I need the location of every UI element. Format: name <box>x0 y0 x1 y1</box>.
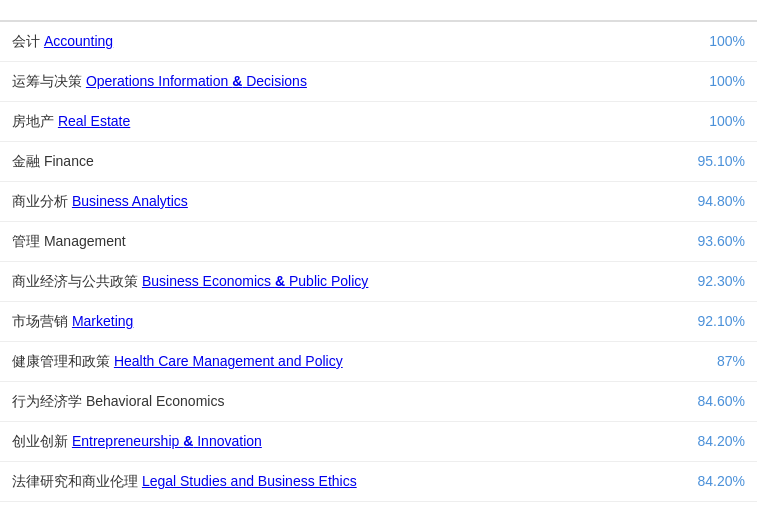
major-zh: 管理 <box>12 233 44 249</box>
major-en-link[interactable]: Real Estate <box>58 113 130 129</box>
major-cell: 法律研究和商业伦理 Legal Studies and Business Eth… <box>0 462 637 502</box>
major-zh: 运筹与决策 <box>12 73 86 89</box>
major-en-link[interactable]: Operations Information & Decisions <box>86 73 307 89</box>
table-row: 运筹与决策 Operations Information & Decisions… <box>0 62 757 102</box>
table-row: 行为经济学 Behavioral Economics84.60% <box>0 382 757 422</box>
major-column-header <box>0 0 637 21</box>
rate-cell: 100% <box>637 102 757 142</box>
table-header-row <box>0 0 757 21</box>
main-table-container: 会计 Accounting100%运筹与决策 Operations Inform… <box>0 0 757 511</box>
table-row: 创业创新 Entrepreneurship & Innovation84.20% <box>0 422 757 462</box>
major-cell: 管理 Management <box>0 222 637 262</box>
major-zh: 商业经济与公共政策 <box>12 273 142 289</box>
major-zh: 法律研究和商业伦理 <box>12 473 142 489</box>
major-cell: 运筹与决策 Operations Information & Decisions <box>0 62 637 102</box>
major-cell: 金融 Finance <box>0 142 637 182</box>
major-en: Management <box>44 233 126 249</box>
table-row: 商业经济与公共政策 Business Economics & Public Po… <box>0 262 757 302</box>
rate-cell: 93.60% <box>637 222 757 262</box>
major-en-link[interactable]: Legal Studies and Business Ethics <box>142 473 357 489</box>
table-row: 商业分析 Business Analytics94.80% <box>0 182 757 222</box>
major-en: Finance <box>44 153 94 169</box>
rate-cell: 83.90% <box>637 502 757 512</box>
major-cell: 商业分析 Business Analytics <box>0 182 637 222</box>
major-cell: 健康管理和政策 Health Care Management and Polic… <box>0 342 637 382</box>
rate-column-header <box>637 0 757 21</box>
rate-cell: 95.10% <box>637 142 757 182</box>
major-cell: 行为经济学 Behavioral Economics <box>0 382 637 422</box>
table-row: 管理 Management93.60% <box>0 222 757 262</box>
rate-cell: 84.60% <box>637 382 757 422</box>
major-cell: 房地产 Real Estate <box>0 102 637 142</box>
major-cell: 创业创新 Entrepreneurship & Innovation <box>0 422 637 462</box>
major-zh: 房地产 <box>12 113 58 129</box>
employment-table: 会计 Accounting100%运筹与决策 Operations Inform… <box>0 0 757 511</box>
table-row: 市场营销 Marketing92.10% <box>0 302 757 342</box>
major-zh: 创业创新 <box>12 433 72 449</box>
major-cell: 商业经济与公共政策 Business Economics & Public Po… <box>0 262 637 302</box>
major-zh: 商业分析 <box>12 193 72 209</box>
major-zh: 健康管理和政策 <box>12 353 114 369</box>
rate-cell: 100% <box>637 62 757 102</box>
major-en: Behavioral Economics <box>86 393 225 409</box>
major-en-link[interactable]: Business Analytics <box>72 193 188 209</box>
major-zh: 金融 <box>12 153 44 169</box>
table-row: 统计数据 Statistics83.90% <box>0 502 757 512</box>
table-row: 会计 Accounting100% <box>0 21 757 62</box>
major-en-link[interactable]: Health Care Management and Policy <box>114 353 343 369</box>
rate-cell: 87% <box>637 342 757 382</box>
major-zh: 行为经济学 <box>12 393 86 409</box>
major-zh: 会计 <box>12 33 44 49</box>
rate-cell: 92.10% <box>637 302 757 342</box>
major-en-link[interactable]: Marketing <box>72 313 133 329</box>
major-cell: 会计 Accounting <box>0 21 637 62</box>
major-en-link[interactable]: Business Economics & Public Policy <box>142 273 368 289</box>
rate-cell: 100% <box>637 21 757 62</box>
table-row: 健康管理和政策 Health Care Management and Polic… <box>0 342 757 382</box>
major-zh: 市场营销 <box>12 313 72 329</box>
table-row: 金融 Finance95.10% <box>0 142 757 182</box>
rate-cell: 92.30% <box>637 262 757 302</box>
major-en-link[interactable]: Accounting <box>44 33 113 49</box>
rate-cell: 84.20% <box>637 462 757 502</box>
table-row: 房地产 Real Estate100% <box>0 102 757 142</box>
major-cell: 统计数据 Statistics <box>0 502 637 512</box>
major-en-link[interactable]: Entrepreneurship & Innovation <box>72 433 262 449</box>
rate-cell: 94.80% <box>637 182 757 222</box>
rate-cell: 84.20% <box>637 422 757 462</box>
major-cell: 市场营销 Marketing <box>0 302 637 342</box>
table-row: 法律研究和商业伦理 Legal Studies and Business Eth… <box>0 462 757 502</box>
